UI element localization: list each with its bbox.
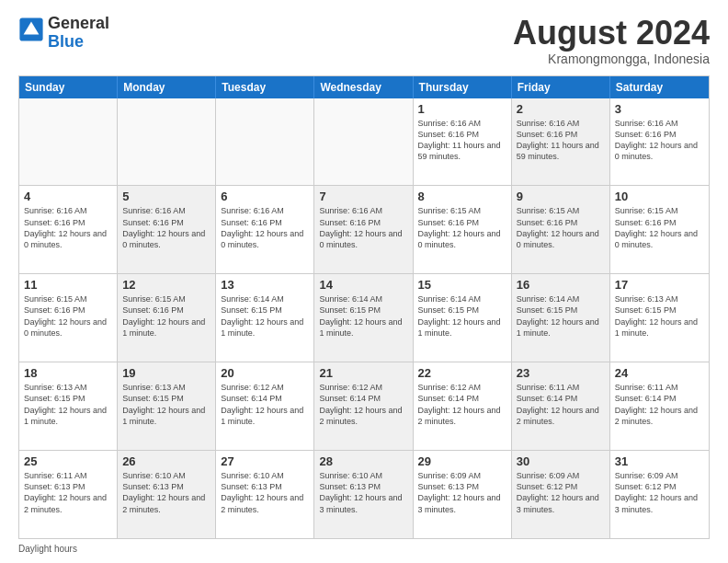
- day-info: Sunrise: 6:16 AM Sunset: 6:16 PM Dayligh…: [615, 118, 704, 163]
- header: General Blue August 2024 Kramongmongga, …: [18, 15, 710, 66]
- day-info: Sunrise: 6:14 AM Sunset: 6:15 PM Dayligh…: [319, 293, 407, 339]
- day-info: Sunrise: 6:10 AM Sunset: 6:13 PM Dayligh…: [221, 470, 309, 515]
- day-number: 21: [319, 366, 407, 380]
- day-number: 3: [615, 102, 704, 116]
- day-info: Sunrise: 6:16 AM Sunset: 6:16 PM Dayligh…: [122, 205, 210, 250]
- calendar-cell-5-4: 28Sunrise: 6:10 AM Sunset: 6:13 PM Dayli…: [314, 451, 413, 538]
- day-info: Sunrise: 6:13 AM Sunset: 6:15 PM Dayligh…: [24, 382, 112, 427]
- day-number: 28: [319, 454, 407, 468]
- day-number: 30: [517, 454, 605, 468]
- header-wednesday: Wednesday: [314, 76, 413, 98]
- calendar-cell-3-6: 16Sunrise: 6:14 AM Sunset: 6:15 PM Dayli…: [512, 274, 610, 362]
- calendar-cell-2-7: 10Sunrise: 6:15 AM Sunset: 6:16 PM Dayli…: [610, 186, 709, 273]
- calendar-cell-5-7: 31Sunrise: 6:09 AM Sunset: 6:12 PM Dayli…: [610, 451, 709, 538]
- day-number: 18: [24, 366, 112, 380]
- day-info: Sunrise: 6:16 AM Sunset: 6:16 PM Dayligh…: [24, 205, 112, 250]
- day-info: Sunrise: 6:10 AM Sunset: 6:13 PM Dayligh…: [319, 470, 407, 515]
- calendar-cell-3-2: 12Sunrise: 6:15 AM Sunset: 6:16 PM Dayli…: [118, 274, 216, 362]
- calendar-cell-3-1: 11Sunrise: 6:15 AM Sunset: 6:16 PM Dayli…: [19, 274, 118, 362]
- calendar-cell-5-6: 30Sunrise: 6:09 AM Sunset: 6:12 PM Dayli…: [512, 451, 610, 538]
- calendar-cell-4-2: 19Sunrise: 6:13 AM Sunset: 6:15 PM Dayli…: [118, 362, 216, 450]
- calendar-cell-5-5: 29Sunrise: 6:09 AM Sunset: 6:13 PM Dayli…: [414, 451, 512, 538]
- day-number: 19: [122, 366, 210, 380]
- day-number: 14: [319, 278, 407, 292]
- calendar-cell-1-5: 1Sunrise: 6:16 AM Sunset: 6:16 PM Daylig…: [414, 98, 512, 186]
- day-number: 23: [517, 366, 605, 380]
- day-info: Sunrise: 6:15 AM Sunset: 6:16 PM Dayligh…: [122, 293, 210, 339]
- calendar-cell-4-4: 21Sunrise: 6:12 AM Sunset: 6:14 PM Dayli…: [314, 362, 413, 450]
- day-number: 22: [418, 366, 506, 380]
- calendar-cell-1-3: [216, 98, 314, 186]
- calendar-cell-3-5: 15Sunrise: 6:14 AM Sunset: 6:15 PM Dayli…: [414, 274, 512, 362]
- title-block: August 2024 Kramongmongga, Indonesia: [513, 15, 710, 66]
- day-number: 1: [418, 102, 506, 116]
- calendar-row-1: 1Sunrise: 6:16 AM Sunset: 6:16 PM Daylig…: [19, 98, 709, 186]
- calendar-cell-1-4: [314, 98, 413, 186]
- day-number: 2: [517, 102, 605, 116]
- calendar-cell-4-5: 22Sunrise: 6:12 AM Sunset: 6:14 PM Dayli…: [414, 362, 512, 450]
- day-info: Sunrise: 6:12 AM Sunset: 6:14 PM Dayligh…: [221, 382, 309, 427]
- calendar-cell-2-5: 8Sunrise: 6:15 AM Sunset: 6:16 PM Daylig…: [414, 186, 512, 273]
- day-info: Sunrise: 6:14 AM Sunset: 6:15 PM Dayligh…: [517, 293, 605, 339]
- calendar-cell-5-3: 27Sunrise: 6:10 AM Sunset: 6:13 PM Dayli…: [216, 451, 314, 538]
- calendar-header: Sunday Monday Tuesday Wednesday Thursday…: [19, 76, 709, 98]
- day-info: Sunrise: 6:09 AM Sunset: 6:13 PM Dayligh…: [418, 470, 506, 515]
- day-info: Sunrise: 6:16 AM Sunset: 6:16 PM Dayligh…: [418, 118, 506, 163]
- header-thursday: Thursday: [414, 76, 512, 98]
- calendar-cell-3-7: 17Sunrise: 6:13 AM Sunset: 6:15 PM Dayli…: [610, 274, 709, 362]
- day-info: Sunrise: 6:14 AM Sunset: 6:15 PM Dayligh…: [418, 293, 506, 339]
- day-number: 11: [24, 278, 112, 292]
- calendar-cell-5-2: 26Sunrise: 6:10 AM Sunset: 6:13 PM Dayli…: [118, 451, 216, 538]
- day-info: Sunrise: 6:15 AM Sunset: 6:16 PM Dayligh…: [418, 205, 506, 250]
- day-number: 7: [319, 190, 407, 203]
- logo-blue: Blue: [48, 32, 84, 51]
- header-saturday: Saturday: [610, 76, 709, 98]
- calendar-cell-5-1: 25Sunrise: 6:11 AM Sunset: 6:13 PM Dayli…: [19, 451, 118, 538]
- day-number: 10: [615, 190, 704, 203]
- calendar-cell-1-2: [118, 98, 216, 186]
- day-info: Sunrise: 6:11 AM Sunset: 6:14 PM Dayligh…: [517, 382, 605, 427]
- day-info: Sunrise: 6:16 AM Sunset: 6:16 PM Dayligh…: [221, 205, 309, 250]
- logo: General Blue: [18, 15, 109, 52]
- day-info: Sunrise: 6:15 AM Sunset: 6:16 PM Dayligh…: [24, 293, 112, 339]
- day-number: 31: [615, 454, 704, 468]
- header-monday: Monday: [118, 76, 216, 98]
- day-number: 6: [221, 190, 309, 203]
- logo-icon: [18, 17, 44, 42]
- calendar-cell-4-3: 20Sunrise: 6:12 AM Sunset: 6:14 PM Dayli…: [216, 362, 314, 450]
- logo-text: General Blue: [48, 15, 109, 52]
- day-number: 5: [122, 190, 210, 203]
- day-info: Sunrise: 6:15 AM Sunset: 6:16 PM Dayligh…: [615, 205, 704, 250]
- day-info: Sunrise: 6:11 AM Sunset: 6:14 PM Dayligh…: [615, 382, 704, 427]
- calendar-cell-1-7: 3Sunrise: 6:16 AM Sunset: 6:16 PM Daylig…: [610, 98, 709, 186]
- footer-note: Daylight hours: [18, 544, 710, 554]
- calendar-row-2: 4Sunrise: 6:16 AM Sunset: 6:16 PM Daylig…: [19, 185, 709, 273]
- calendar-cell-1-6: 2Sunrise: 6:16 AM Sunset: 6:16 PM Daylig…: [512, 98, 610, 186]
- page: General Blue August 2024 Kramongmongga, …: [0, 0, 728, 563]
- day-number: 8: [418, 190, 506, 203]
- calendar-body: 1Sunrise: 6:16 AM Sunset: 6:16 PM Daylig…: [19, 98, 709, 538]
- day-number: 29: [418, 454, 506, 468]
- calendar-cell-3-3: 13Sunrise: 6:14 AM Sunset: 6:15 PM Dayli…: [216, 274, 314, 362]
- logo-general: General: [48, 14, 109, 32]
- calendar-row-5: 25Sunrise: 6:11 AM Sunset: 6:13 PM Dayli…: [19, 450, 709, 538]
- calendar: Sunday Monday Tuesday Wednesday Thursday…: [18, 75, 710, 539]
- calendar-cell-3-4: 14Sunrise: 6:14 AM Sunset: 6:15 PM Dayli…: [314, 274, 413, 362]
- day-number: 27: [221, 454, 309, 468]
- day-info: Sunrise: 6:13 AM Sunset: 6:15 PM Dayligh…: [615, 293, 704, 339]
- location-subtitle: Kramongmongga, Indonesia: [513, 52, 710, 66]
- day-info: Sunrise: 6:13 AM Sunset: 6:15 PM Dayligh…: [122, 382, 210, 427]
- day-info: Sunrise: 6:14 AM Sunset: 6:15 PM Dayligh…: [221, 293, 309, 339]
- day-number: 4: [24, 190, 112, 203]
- day-number: 25: [24, 454, 112, 468]
- day-info: Sunrise: 6:09 AM Sunset: 6:12 PM Dayligh…: [517, 470, 605, 515]
- day-number: 15: [418, 278, 506, 292]
- day-info: Sunrise: 6:15 AM Sunset: 6:16 PM Dayligh…: [517, 205, 605, 250]
- month-title: August 2024: [513, 15, 710, 52]
- calendar-cell-2-6: 9Sunrise: 6:15 AM Sunset: 6:16 PM Daylig…: [512, 186, 610, 273]
- header-sunday: Sunday: [19, 76, 118, 98]
- calendar-cell-1-1: [19, 98, 118, 186]
- day-info: Sunrise: 6:16 AM Sunset: 6:16 PM Dayligh…: [319, 205, 407, 250]
- day-info: Sunrise: 6:16 AM Sunset: 6:16 PM Dayligh…: [517, 118, 605, 163]
- header-tuesday: Tuesday: [216, 76, 314, 98]
